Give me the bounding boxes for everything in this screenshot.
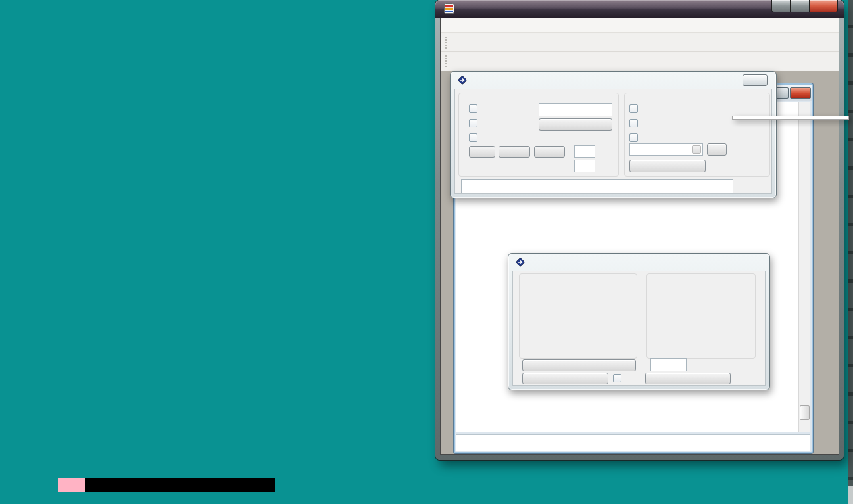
serve-folder-button[interactable] bbox=[539, 118, 612, 131]
text-caret bbox=[460, 438, 460, 449]
q-value-field[interactable] bbox=[574, 145, 595, 158]
del-button[interactable] bbox=[707, 143, 727, 156]
desktop bbox=[0, 0, 853, 504]
thumb-size-field[interactable] bbox=[650, 358, 687, 371]
del-q-button[interactable] bbox=[469, 146, 495, 158]
channel-close-button[interactable] bbox=[790, 87, 811, 99]
server-dialog bbox=[450, 71, 777, 198]
dialog-icon bbox=[457, 75, 468, 85]
create-palett-button[interactable] bbox=[522, 359, 636, 371]
defaults-button[interactable] bbox=[645, 373, 731, 384]
draw-palett-button[interactable] bbox=[522, 373, 608, 384]
hsv-checkbox-row bbox=[613, 374, 625, 382]
scroll-down-icon[interactable] bbox=[799, 422, 810, 432]
hsv-checkbox[interactable] bbox=[613, 374, 621, 382]
color-name-bar bbox=[85, 478, 275, 492]
scroll-up-icon[interactable] bbox=[799, 102, 810, 112]
list-trigger-row bbox=[629, 104, 642, 113]
close-button[interactable] bbox=[810, 0, 838, 12]
toolbar bbox=[441, 34, 839, 52]
hue-palett-dialog bbox=[508, 253, 770, 390]
search-enabled-checkbox[interactable] bbox=[629, 119, 638, 127]
channel-input-box[interactable] bbox=[456, 434, 810, 451]
search-enabled-row bbox=[629, 119, 642, 127]
dialog-icon bbox=[515, 257, 525, 267]
timers-button[interactable] bbox=[629, 160, 706, 172]
server-folder-path-field[interactable] bbox=[539, 103, 612, 116]
hsl-groupbox bbox=[646, 273, 756, 359]
send-q-button[interactable] bbox=[499, 146, 530, 158]
list-trigger-checkbox[interactable] bbox=[629, 104, 638, 113]
hsv-groupbox bbox=[519, 273, 637, 359]
screen-edge-window-sliver bbox=[848, 0, 853, 504]
mirc-app-icon bbox=[444, 3, 454, 14]
extensions-field[interactable] bbox=[461, 179, 733, 193]
maxq-value-field[interactable] bbox=[574, 160, 595, 172]
context-menu bbox=[732, 116, 849, 120]
title-bar[interactable] bbox=[435, 0, 844, 18]
picked-color-swatch bbox=[58, 478, 85, 492]
halt-q-button[interactable] bbox=[534, 146, 565, 158]
server-lists-row bbox=[469, 104, 481, 113]
switchbar bbox=[441, 53, 839, 70]
combo-dropdown-icon[interactable] bbox=[692, 145, 701, 154]
server-ads-row bbox=[469, 119, 481, 127]
server-ads-checkbox[interactable] bbox=[469, 119, 477, 127]
menu-bar bbox=[441, 18, 839, 33]
minimize-button[interactable] bbox=[771, 0, 791, 12]
server-combobox[interactable] bbox=[629, 143, 703, 156]
channel-scrollbar[interactable] bbox=[798, 102, 810, 432]
all-colored-text-row bbox=[469, 133, 481, 142]
servers-only-row bbox=[629, 133, 642, 142]
server-lists-checkbox[interactable] bbox=[469, 104, 477, 113]
hue-dialog-titlebar[interactable] bbox=[508, 254, 769, 271]
server-dialog-titlebar[interactable] bbox=[451, 72, 776, 89]
switchbar-grip[interactable] bbox=[445, 55, 447, 67]
all-colored-text-checkbox[interactable] bbox=[469, 133, 477, 142]
server-dialog-close-button[interactable] bbox=[743, 74, 768, 86]
caption-buttons bbox=[771, 0, 838, 12]
servers-only-checkbox[interactable] bbox=[629, 133, 638, 142]
toolbar-grip[interactable] bbox=[445, 37, 447, 49]
maximize-button[interactable] bbox=[791, 0, 810, 12]
scrollbar-thumb[interactable] bbox=[800, 405, 810, 420]
